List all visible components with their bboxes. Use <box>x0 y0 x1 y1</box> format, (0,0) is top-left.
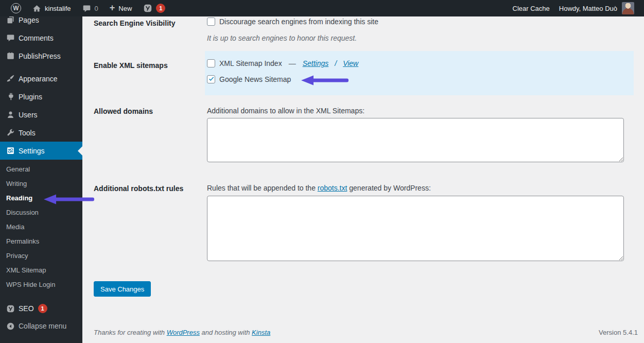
comment-bubble-icon <box>82 4 91 13</box>
google-news-sitemap-label: Google News Sitemap <box>219 75 291 83</box>
admin-sidebar: Pages Comments PublishPress Appearan <box>0 16 82 343</box>
paintbrush-icon <box>6 74 15 83</box>
dash-separator: — <box>289 59 296 67</box>
admin-bar: W kinstalife 0 + New 1 Cl <box>0 0 644 16</box>
settings-submenu: General Writing Reading Discussion Media… <box>0 160 82 298</box>
sidebar-item-publishpress[interactable]: PublishPress <box>0 47 82 65</box>
plug-icon <box>6 92 15 101</box>
user-avatar <box>622 2 634 14</box>
submenu-item-media[interactable]: Media <box>0 220 82 234</box>
sidebar-item-settings[interactable]: Settings <box>0 142 82 160</box>
wordpress-logo-icon: W <box>11 3 21 13</box>
search-engine-visibility-label: Search Engine Visibility <box>94 19 203 28</box>
yoast-seo-icon <box>6 304 15 313</box>
sidebar-item-comments[interactable]: Comments <box>0 29 82 47</box>
collapse-arrow-icon <box>6 321 15 331</box>
user-icon <box>6 110 15 119</box>
kinsta-footer-link[interactable]: Kinsta <box>252 329 270 336</box>
sidebar-item-tools[interactable]: Tools <box>0 124 82 142</box>
howdy-label: Howdy, Matteo Duò <box>559 5 617 12</box>
sidebar-item-label: SEO <box>19 304 34 313</box>
robots-rules-textarea[interactable] <box>207 196 624 261</box>
submenu-item-xml-sitemap[interactable]: XML Sitemap <box>0 263 82 278</box>
footer-thanks-text: Thanks for creating with WordPress and h… <box>94 329 270 336</box>
wordpress-logo-menu[interactable]: W <box>5 0 27 16</box>
seo-badge: 1 <box>38 304 47 313</box>
sidebar-item-label: Comments <box>19 34 54 42</box>
sidebar-item-appearance[interactable]: Appearance <box>0 70 82 88</box>
clear-cache-button[interactable]: Clear Cache <box>508 0 554 16</box>
sitemap-view-link[interactable]: View <box>343 59 358 67</box>
site-name-label: kinstalife <box>45 5 71 12</box>
annotation-arrow-google-news <box>300 75 350 86</box>
sidebar-item-label: Settings <box>19 147 45 155</box>
sidebar-item-plugins[interactable]: Plugins <box>0 88 82 106</box>
notification-badge: 1 <box>156 4 165 13</box>
new-label: New <box>118 5 132 12</box>
submenu-item-writing[interactable]: Writing <box>0 177 82 191</box>
menu-separator <box>0 65 82 70</box>
xml-sitemap-index-checkbox[interactable] <box>207 59 215 67</box>
comments-count: 0 <box>95 5 98 12</box>
comments-icon <box>6 33 15 43</box>
wrench-icon <box>6 128 15 138</box>
save-changes-button[interactable]: Save Changes <box>94 281 151 297</box>
robots-rules-description: Rules that will be appended to the robot… <box>207 184 431 192</box>
xml-sitemaps-highlight <box>205 51 634 95</box>
collapse-menu-label: Collapse menu <box>19 322 66 330</box>
submenu-item-wps-hide-login[interactable]: WPS Hide Login <box>0 278 82 292</box>
sidebar-item-users[interactable]: Users <box>0 106 82 124</box>
xml-sitemap-index-label: XML Sitemap Index <box>219 59 282 67</box>
allowed-domains-label: Allowed domains <box>94 107 203 116</box>
account-menu[interactable]: Howdy, Matteo Duò <box>554 0 639 16</box>
enable-xml-sitemaps-label: Enable XML sitemaps <box>94 61 203 70</box>
comments-shortcut[interactable]: 0 <box>77 0 104 16</box>
slash-separator: / <box>335 59 337 67</box>
version-label: Version 5.4.1 <box>599 329 638 336</box>
wordpress-footer-link[interactable]: WordPress <box>167 329 200 336</box>
settings-content: Search Engine Visibility Discourage sear… <box>82 16 644 343</box>
annotation-arrow-reading <box>43 194 95 205</box>
sidebar-item-label: Users <box>19 111 38 119</box>
allowed-domains-description: Additional domains to allow in the XML S… <box>207 107 364 115</box>
sitemap-settings-link[interactable]: Settings <box>303 59 329 67</box>
yoast-notifications[interactable]: 1 <box>137 0 171 16</box>
submenu-item-discussion[interactable]: Discussion <box>0 205 82 220</box>
home-icon <box>32 4 41 13</box>
submenu-item-privacy[interactable]: Privacy <box>0 249 82 263</box>
sidebar-item-label: Plugins <box>19 93 42 101</box>
yoast-seo-icon <box>143 4 152 13</box>
calendar-icon <box>6 52 15 61</box>
sidebar-item-label: Appearance <box>19 75 58 83</box>
robots-txt-link[interactable]: robots.txt <box>318 184 347 192</box>
site-name-link[interactable]: kinstalife <box>27 0 77 16</box>
collapse-menu-button[interactable]: Collapse menu <box>0 317 82 335</box>
sidebar-item-seo[interactable]: SEO 1 <box>0 300 82 317</box>
submenu-item-permalinks[interactable]: Permalinks <box>0 234 82 249</box>
sidebar-item-label: Tools <box>19 129 36 137</box>
wordpress-admin-screen: W kinstalife 0 + New 1 Cl <box>0 0 644 343</box>
robots-rules-label: Additional robots.txt rules <box>94 184 203 193</box>
settings-icon <box>6 146 15 156</box>
discourage-indexing-checkbox[interactable] <box>207 18 215 26</box>
discourage-indexing-label: Discourage search engines from indexing … <box>219 18 378 26</box>
sidebar-item-label: PublishPress <box>19 52 61 60</box>
search-engine-note: It is up to search engines to honor this… <box>207 34 357 42</box>
plus-icon: + <box>110 3 115 12</box>
checkmark-icon <box>208 74 215 83</box>
google-news-sitemap-checkbox[interactable] <box>207 75 215 83</box>
new-content-menu[interactable]: + New <box>104 0 138 16</box>
pages-icon <box>6 15 15 25</box>
submenu-item-general[interactable]: General <box>0 162 82 177</box>
sidebar-item-label: Pages <box>19 16 39 24</box>
allowed-domains-textarea[interactable] <box>207 118 624 162</box>
